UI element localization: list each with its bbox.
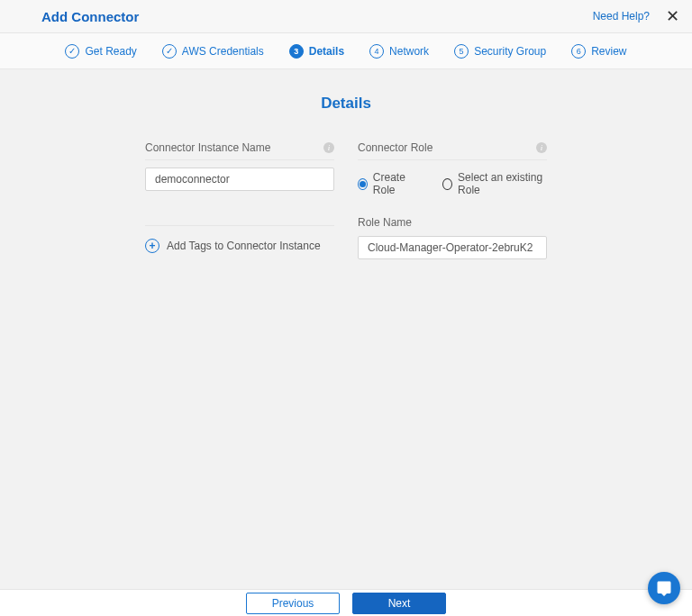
- radio-existing-role[interactable]: Select an existing Role: [442, 171, 547, 196]
- step-label: Review: [591, 45, 626, 58]
- check-icon: [65, 44, 79, 59]
- step-label: Details: [309, 45, 344, 58]
- add-tags-button[interactable]: + Add Tags to Connector Instance: [145, 239, 334, 253]
- main-content: Details Connector Instance Name i + Add …: [0, 69, 692, 259]
- footer: Previous Next: [0, 589, 692, 616]
- radio-icon: [358, 178, 368, 190]
- step-number-icon: 3: [289, 44, 304, 59]
- step-network[interactable]: 4 Network: [369, 44, 429, 59]
- step-aws-credentials[interactable]: AWS Credentials: [162, 44, 264, 59]
- step-label: AWS Credentials: [182, 45, 264, 58]
- header-title: Add Connector: [41, 9, 139, 24]
- step-number-icon: 5: [454, 44, 469, 59]
- left-column: Connector Instance Name i + Add Tags to …: [145, 141, 334, 259]
- step-get-ready[interactable]: Get Ready: [65, 44, 136, 59]
- radio-icon: [442, 178, 452, 190]
- add-tags-label: Add Tags to Connector Instance: [167, 240, 321, 252]
- role-radio-group: Create Role Select an existing Role: [358, 171, 547, 196]
- previous-button[interactable]: Previous: [246, 593, 340, 614]
- instance-name-label: Connector Instance Name: [145, 141, 270, 154]
- plus-icon: +: [145, 239, 159, 253]
- divider: [145, 225, 334, 226]
- step-review[interactable]: 6 Review: [571, 44, 626, 59]
- details-form: Connector Instance Name i + Add Tags to …: [0, 141, 692, 259]
- info-icon[interactable]: i: [536, 142, 547, 153]
- connector-role-label-row: Connector Role i: [358, 141, 547, 160]
- chat-icon[interactable]: [648, 572, 680, 604]
- radio-label: Create Role: [373, 171, 419, 196]
- right-column: Connector Role i Create Role Select an e…: [358, 141, 547, 259]
- step-label: Security Group: [474, 45, 546, 58]
- step-number-icon: 6: [571, 44, 586, 59]
- page-title: Details: [0, 95, 692, 113]
- radio-create-role[interactable]: Create Role: [358, 171, 419, 196]
- role-name-label: Role Name: [358, 216, 547, 229]
- step-label: Get Ready: [85, 45, 136, 58]
- wizard-stepper: Get Ready AWS Credentials 3 Details 4 Ne…: [0, 33, 692, 69]
- connector-role-label: Connector Role: [358, 141, 432, 154]
- info-icon[interactable]: i: [323, 142, 334, 153]
- role-name-input[interactable]: [358, 236, 547, 259]
- step-details[interactable]: 3 Details: [289, 44, 344, 59]
- next-button[interactable]: Next: [352, 593, 446, 614]
- header: Add Connector Need Help? ✕: [0, 0, 692, 33]
- header-right: Need Help? ✕: [593, 8, 679, 24]
- step-number-icon: 4: [369, 44, 384, 59]
- radio-label: Select an existing Role: [458, 171, 547, 196]
- instance-name-label-row: Connector Instance Name i: [145, 141, 334, 160]
- step-label: Network: [389, 45, 429, 58]
- check-icon: [162, 44, 177, 59]
- close-icon[interactable]: ✕: [666, 8, 679, 24]
- step-security-group[interactable]: 5 Security Group: [454, 44, 546, 59]
- chat-bubble-icon: [656, 580, 672, 596]
- need-help-link[interactable]: Need Help?: [593, 10, 650, 23]
- instance-name-input[interactable]: [145, 168, 334, 191]
